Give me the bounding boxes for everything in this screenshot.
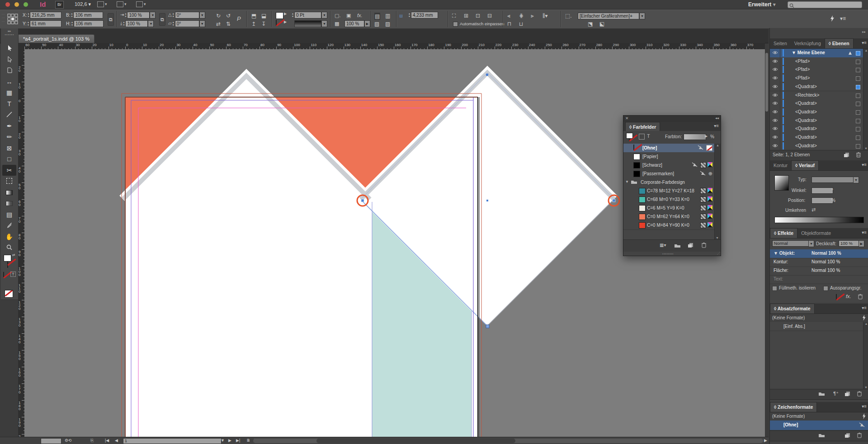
layer-visibility-icon[interactable] bbox=[770, 133, 780, 142]
swatches-close-icon[interactable]: ✕ bbox=[625, 116, 629, 121]
direct-selection-tool[interactable] bbox=[2, 54, 16, 65]
distribute-dropdown-icon[interactable]: ⫼▾ bbox=[542, 13, 548, 19]
zoom-tool[interactable] bbox=[2, 242, 16, 253]
constrain-dimensions-link-icon[interactable]: ⧉ bbox=[108, 13, 114, 26]
new-layer-icon[interactable] bbox=[844, 152, 849, 159]
object-style-dropdown[interactable]: ▼ bbox=[639, 13, 645, 19]
layer-selection-proxy[interactable] bbox=[856, 144, 860, 149]
character-group-icon[interactable] bbox=[818, 433, 825, 439]
swatch-row[interactable]: C=68 M=0 Y=33 K=0 bbox=[623, 195, 714, 204]
paragraph-style-item[interactable]: [Einf. Abs.] bbox=[770, 322, 868, 331]
vertical-scrollbar[interactable] bbox=[765, 49, 769, 437]
hand-tool[interactable]: ✋ bbox=[2, 231, 16, 242]
knockout-group-checkbox[interactable]: Aussparungsgr. bbox=[823, 285, 862, 291]
layer-selection-proxy[interactable] bbox=[856, 102, 860, 106]
next-page-button[interactable]: ▶ bbox=[228, 438, 231, 443]
swatches-fill-proxy[interactable] bbox=[626, 133, 633, 139]
layer-visibility-icon[interactable] bbox=[770, 83, 780, 91]
zoom-window-button[interactable] bbox=[24, 2, 28, 7]
width-field[interactable]: 106 mm bbox=[73, 12, 103, 19]
anchor-point-left-vertex[interactable] bbox=[361, 199, 364, 202]
content-collector-tool[interactable]: ▦ bbox=[2, 87, 16, 98]
opacity-dropdown[interactable]: ▶ bbox=[364, 20, 370, 27]
new-swatch-icon[interactable] bbox=[688, 243, 693, 249]
center-content-icon[interactable]: ⊡ bbox=[476, 13, 480, 19]
layer-row[interactable]: <Quadrat> bbox=[770, 142, 863, 150]
layer-selection-proxy[interactable] bbox=[856, 110, 860, 115]
free-transform-tool[interactable] bbox=[2, 176, 16, 187]
first-page-button[interactable]: |◀ bbox=[105, 438, 109, 443]
layer-visibility-icon[interactable] bbox=[770, 117, 780, 125]
swatch-group-row[interactable]: ▼Corporate-Farbdesign bbox=[623, 178, 714, 187]
clear-effects-icon[interactable] bbox=[836, 294, 837, 300]
fit-content-proportionally-icon[interactable]: ⛶ bbox=[452, 13, 456, 19]
status-zoom-field[interactable] bbox=[41, 438, 61, 444]
gradient-feather-tool[interactable] bbox=[2, 198, 16, 209]
effects-opacity-field[interactable]: 100 % bbox=[839, 240, 860, 247]
fill-stroke-proxy[interactable]: ⇄ bbox=[3, 254, 16, 270]
scissors-tool[interactable]: ✂ bbox=[2, 165, 16, 176]
character-panel-menu-icon[interactable]: ▾≡ bbox=[862, 404, 867, 409]
stroke-style-dropdown[interactable]: ▼ bbox=[321, 20, 327, 27]
layer-row[interactable]: <Pfad> bbox=[770, 74, 863, 83]
pen-tool[interactable]: ✒ bbox=[2, 121, 16, 131]
pencil-tool[interactable]: ✏ bbox=[2, 131, 16, 142]
swatches-title-bar[interactable]: ✕ ◂◂ bbox=[623, 116, 721, 122]
formatting-container-icon[interactable] bbox=[3, 272, 4, 277]
swatches-container-button[interactable] bbox=[639, 134, 645, 140]
align-right-icon[interactable]: ⫸ bbox=[531, 13, 534, 19]
new-paragraph-style-icon[interactable] bbox=[844, 391, 850, 397]
scale-y-dropdown[interactable]: ▼ bbox=[148, 20, 154, 27]
new-character-style-icon[interactable] bbox=[844, 433, 850, 439]
screen-mode-dropdown[interactable]: ▾ bbox=[117, 1, 133, 8]
effects-row-fläche[interactable]: Fläche:Normal 100 % bbox=[770, 266, 868, 276]
layer-row[interactable]: <Quadrat> bbox=[770, 99, 863, 108]
layers-scrollbar[interactable]: ▲▼ bbox=[863, 49, 868, 150]
layer-selection-proxy[interactable] bbox=[856, 93, 860, 98]
rectangle-tool[interactable]: □ bbox=[2, 154, 16, 164]
scale-y-stepper[interactable]: ▲▼ bbox=[122, 21, 125, 27]
minimize-window-button[interactable] bbox=[14, 2, 19, 7]
rotation-stepper[interactable]: ▲▼ bbox=[172, 12, 175, 18]
rotate-90-cw-icon[interactable]: ↻ bbox=[216, 13, 221, 19]
layer-row[interactable]: <Rechteck> bbox=[770, 91, 863, 100]
swatch-views-icon[interactable]: ▦▾ bbox=[660, 243, 666, 248]
line-tool[interactable] bbox=[2, 109, 16, 120]
height-stepper[interactable]: ▲▼ bbox=[71, 21, 74, 27]
anchor-point-center[interactable] bbox=[486, 200, 488, 201]
layer-row[interactable]: <Quadrat> bbox=[770, 133, 863, 142]
swatches-resize-grip[interactable]: ⋰ bbox=[717, 252, 720, 255]
blend-mode-arrow[interactable]: ▼ bbox=[808, 240, 814, 247]
height-field[interactable]: 106 mm bbox=[74, 20, 104, 27]
gradient-panel-menu-icon[interactable]: ▾≡ bbox=[862, 162, 867, 167]
stroke-dropdown-arrow[interactable]: ▶ bbox=[284, 20, 287, 24]
swap-fill-stroke-icon[interactable]: ⇄ bbox=[12, 253, 15, 257]
tab-effekte[interactable]: ◊ Effekte bbox=[770, 228, 797, 238]
select-same-fill-icon[interactable]: ⬔ bbox=[588, 21, 593, 27]
effects-opacity-arrow[interactable]: ▶ bbox=[859, 240, 864, 247]
view-options-dropdown[interactable]: ▾ bbox=[97, 1, 113, 8]
reference-point-proxy[interactable] bbox=[7, 14, 18, 24]
scale-x-dropdown[interactable]: ▼ bbox=[150, 12, 156, 19]
layer-row[interactable]: <Quadrat> bbox=[770, 117, 863, 126]
effects-row-text[interactable]: Text: bbox=[770, 275, 868, 284]
layer-visibility-icon[interactable] bbox=[770, 65, 780, 74]
tab-objektformate[interactable]: Objektformate bbox=[797, 229, 835, 238]
new-style-from-paragraph-icon[interactable]: ¶⁺ bbox=[833, 391, 839, 397]
wrap-bounding-box-icon[interactable]: ▥ bbox=[385, 13, 390, 19]
corner-radius-field[interactable]: 4,233 mm bbox=[411, 12, 438, 19]
gradient-thumbnail[interactable] bbox=[774, 175, 789, 191]
page-tool[interactable] bbox=[2, 65, 16, 76]
previous-page-button[interactable]: ◀ bbox=[115, 438, 118, 443]
scale-y-field[interactable]: 100 % bbox=[125, 20, 148, 27]
formatting-text-icon[interactable]: T bbox=[10, 271, 16, 277]
delete-swatch-icon[interactable] bbox=[701, 242, 707, 249]
tint-slider[interactable] bbox=[684, 134, 706, 140]
swatch-row[interactable]: C=6 M=5 Y=9 K=0 bbox=[623, 204, 714, 213]
opacity-field[interactable]: 100 % bbox=[344, 20, 364, 27]
layer-visibility-icon[interactable] bbox=[770, 91, 780, 100]
type-tool[interactable]: T bbox=[2, 98, 16, 109]
fill-dropdown-arrow[interactable]: ▶ bbox=[284, 12, 287, 16]
select-same-stroke-icon[interactable]: ⬕ bbox=[599, 21, 604, 27]
workspace-switcher[interactable]: Erweitert ▾ bbox=[748, 1, 776, 8]
